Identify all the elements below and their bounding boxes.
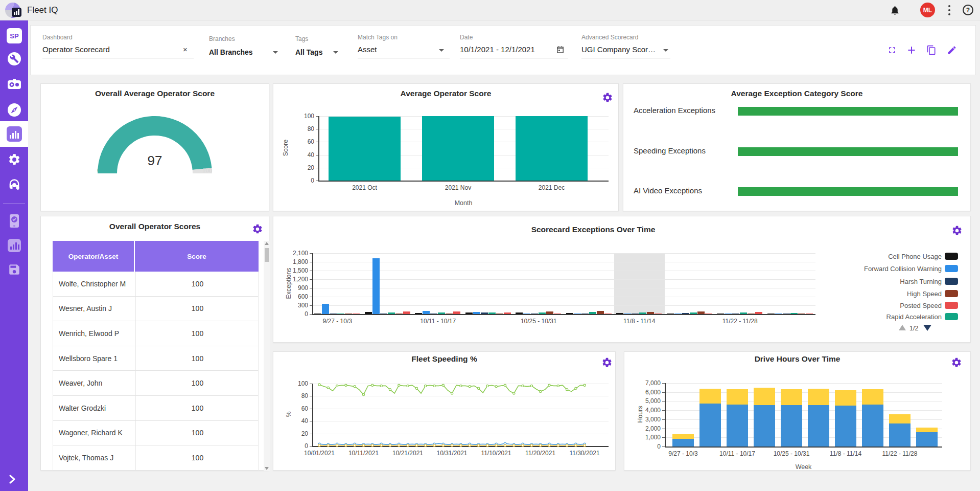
- legend-item[interactable]: Rapid Acceleration: [810, 313, 963, 323]
- score-cell: 100: [135, 371, 259, 395]
- table-row[interactable]: Wenrich, Elwood P100: [53, 321, 259, 346]
- scrollbar-up-arrow[interactable]: [265, 242, 269, 245]
- sidebar-item-settings[interactable]: [0, 147, 28, 172]
- scrollbar-down-arrow[interactable]: [265, 467, 269, 470]
- drive-hours-card: Drive Hours Over Time 01,0002,0003,0004,…: [624, 351, 971, 471]
- operator-name-cell: Wagoner, Richard K: [59, 421, 123, 445]
- table-row[interactable]: Walter Grodzki100: [53, 396, 259, 421]
- operator-name-cell: Wellsboro Spare 1: [59, 346, 118, 371]
- table-row[interactable]: Weaver, John100: [53, 371, 259, 396]
- advanced-scorecard-dropdown-arrow[interactable]: [663, 49, 668, 52]
- sidebar-item-dashcam[interactable]: [0, 72, 28, 97]
- y-tick-label: 20: [294, 164, 314, 171]
- add-icon[interactable]: [906, 45, 917, 55]
- table-header-row: Operator/AssetScore: [53, 241, 259, 272]
- bar: [395, 314, 403, 315]
- app-title: Fleet IQ: [27, 5, 58, 15]
- table-row[interactable]: Wellsboro Spare 1100: [53, 346, 259, 371]
- x-axis-line: [665, 447, 942, 448]
- bar: [465, 313, 473, 314]
- sidebar-item-analytics[interactable]: [0, 121, 28, 147]
- bar: [574, 314, 581, 315]
- y-axis-line: [665, 383, 666, 447]
- bar-blue: [835, 406, 856, 447]
- bar: [531, 314, 538, 315]
- branches-filter-value[interactable]: All Branches: [209, 48, 253, 56]
- expand-chevron-icon[interactable]: [9, 475, 16, 484]
- sidebar-item-compass[interactable]: [0, 97, 28, 123]
- table-header-cell[interactable]: Operator/Asset: [53, 241, 135, 272]
- sidebar-item-mobile-check[interactable]: [0, 208, 28, 234]
- bar-blue: [889, 423, 911, 447]
- bar: [415, 313, 422, 314]
- y-tick-label: 7,000: [637, 380, 661, 387]
- legend-item[interactable]: Forward Collision Warning: [810, 264, 963, 275]
- table-row[interactable]: Wagoner, Richard K100: [53, 421, 259, 446]
- table-scrollbar[interactable]: [264, 241, 270, 471]
- date-filter-label: Date: [460, 34, 473, 41]
- legend-item[interactable]: Posted Speed: [810, 301, 963, 311]
- branches-dropdown-arrow[interactable]: [273, 51, 278, 54]
- score-cell: 100: [135, 396, 259, 420]
- legend-label: High Speed: [810, 290, 942, 298]
- match-tags-dropdown-arrow[interactable]: [439, 49, 444, 52]
- calendar-icon[interactable]: [556, 45, 565, 54]
- legend-swatch: [945, 253, 958, 260]
- grid-line: [312, 253, 815, 254]
- bar: [430, 314, 437, 315]
- legend-page-down-icon[interactable]: [923, 325, 931, 331]
- bar: [516, 313, 523, 314]
- bar-blue: [727, 405, 748, 447]
- fullscreen-icon[interactable]: [887, 45, 897, 55]
- x-axis-label: 10/11 - 10/17: [402, 318, 474, 325]
- scrollbar-thumb[interactable]: [265, 248, 269, 262]
- sidebar-item-support-agent[interactable]: [0, 172, 28, 198]
- tags-dropdown-arrow[interactable]: [333, 51, 338, 54]
- table-row[interactable]: Vojtek, Thomas J100: [53, 445, 259, 471]
- date-filter-value[interactable]: 10/1/2021 - 12/1/2021: [460, 45, 535, 54]
- notifications-bell-icon[interactable]: [890, 5, 900, 16]
- bar: [798, 314, 805, 315]
- avatar-initials: ML: [923, 7, 932, 14]
- bar: [345, 314, 352, 315]
- y-tick-label: 0: [637, 443, 661, 450]
- clear-dashboard-icon[interactable]: ×: [183, 45, 188, 54]
- dashboard-filter-value[interactable]: Operator Scorecard: [42, 45, 110, 54]
- user-avatar[interactable]: ML: [920, 3, 935, 17]
- legend-item[interactable]: Cell Phone Usage: [810, 252, 963, 262]
- sidebar-item-sp-logo[interactable]: SP: [0, 23, 28, 49]
- average-operator-score-card: Average Operator Score 0204060801002021 …: [273, 83, 619, 211]
- bar: [453, 311, 460, 314]
- advanced-scorecard-filter-value[interactable]: UGI Company Scorec…: [581, 45, 659, 54]
- edit-pencil-icon[interactable]: [947, 45, 957, 55]
- bar: [674, 314, 682, 315]
- bar: [446, 314, 453, 315]
- tags-filter-value[interactable]: All Tags: [295, 48, 322, 56]
- copy-icon[interactable]: [926, 45, 937, 55]
- table-row[interactable]: Wesner, Austin J100: [53, 297, 259, 322]
- legend-item[interactable]: High Speed: [810, 289, 963, 300]
- x-axis-line: [318, 181, 609, 182]
- sidebar-item-maintenance[interactable]: [0, 46, 28, 72]
- legend-item[interactable]: Harsh Turning: [810, 277, 963, 287]
- kebab-menu-icon[interactable]: [948, 5, 951, 16]
- advanced-scorecard-underline: [581, 58, 670, 58]
- bar-yellow: [781, 389, 802, 405]
- bar: [581, 314, 589, 315]
- help-icon[interactable]: ?: [963, 5, 973, 15]
- bar: [496, 314, 503, 315]
- y-axis-line: [312, 253, 313, 314]
- legend-page-up-icon[interactable]: [899, 325, 906, 330]
- bar: [566, 313, 573, 314]
- table-row[interactable]: Wolfe, Christopher M100: [53, 272, 259, 297]
- filter-bar: Dashboard Operator Scorecard × Branches …: [30, 25, 976, 75]
- bar-yellow: [916, 428, 938, 432]
- x-axis-label: 2021 Dec: [521, 184, 582, 191]
- table-header-cell[interactable]: Score: [135, 241, 259, 272]
- match-tags-filter-value[interactable]: Asset: [358, 45, 377, 54]
- sidebar-item-save[interactable]: [0, 257, 28, 282]
- sidebar-item-reports-chart[interactable]: [0, 233, 28, 258]
- app-logo-icon[interactable]: [5, 3, 20, 18]
- match-tags-underline: [358, 58, 450, 58]
- y-axis-title: Score: [282, 127, 289, 168]
